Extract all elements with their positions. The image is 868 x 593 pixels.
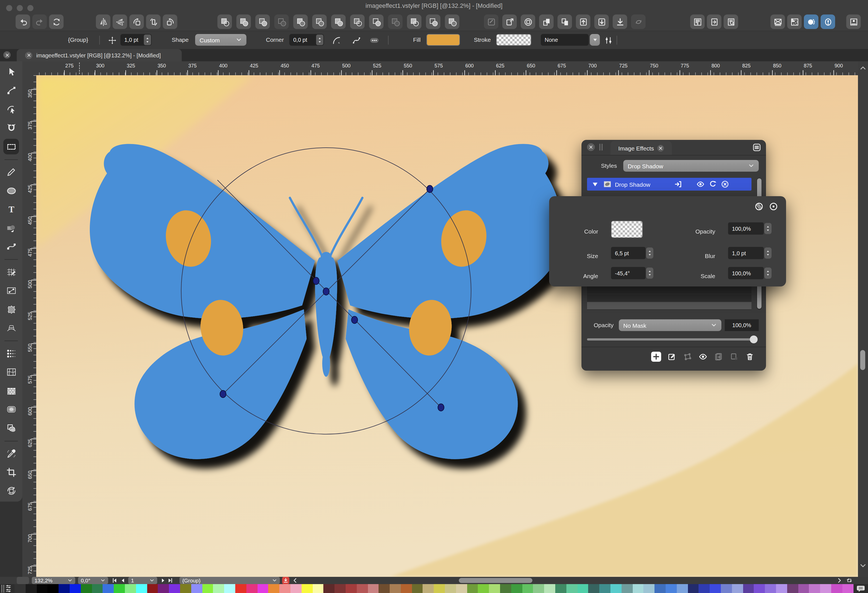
- color-swatch[interactable]: [588, 584, 599, 593]
- stroke-settings-icon[interactable]: [602, 34, 614, 46]
- color-swatch[interactable]: [776, 584, 787, 593]
- angle-input[interactable]: -45,4°: [611, 267, 645, 279]
- vertical-scrollbar-thumb[interactable]: [860, 350, 865, 370]
- tool-halftone[interactable]: [3, 345, 19, 361]
- color-swatch[interactable]: [401, 584, 412, 593]
- open-external-button[interactable]: [502, 15, 517, 29]
- previous-page-button[interactable]: [120, 577, 126, 584]
- import-download-button[interactable]: [282, 577, 289, 584]
- tool-perspective-grid[interactable]: [3, 320, 19, 336]
- delete-effect-button[interactable]: [744, 351, 755, 362]
- color-swatch[interactable]: [644, 584, 655, 593]
- artboard-frame-icon[interactable]: [846, 577, 852, 584]
- opacity-slider[interactable]: [587, 336, 756, 343]
- import-down-button[interactable]: [613, 15, 627, 29]
- angle-stepper[interactable]: [646, 267, 653, 279]
- divide-button[interactable]: [293, 15, 308, 29]
- color-swatch[interactable]: [434, 584, 445, 593]
- close-tab-icon[interactable]: [25, 52, 32, 59]
- next-page-button[interactable]: [160, 577, 166, 584]
- color-swatch[interactable]: [511, 584, 523, 593]
- visibility-eye-icon[interactable]: [696, 180, 705, 189]
- stroke-style-dropdown[interactable]: None: [541, 34, 589, 46]
- close-sidebar-button[interactable]: [3, 51, 10, 59]
- color-swatch[interactable]: [765, 584, 776, 593]
- slider-knob[interactable]: [750, 335, 757, 343]
- more-options-button[interactable]: [368, 34, 380, 46]
- color-swatch[interactable]: [754, 584, 765, 593]
- clip-button[interactable]: [426, 15, 440, 29]
- color-swatch[interactable]: [48, 584, 59, 593]
- stroke-color-swatch[interactable]: [496, 34, 531, 46]
- color-swatch[interactable]: [423, 584, 434, 593]
- duplicate-effect-button[interactable]: [713, 351, 723, 362]
- flip-horizontal-button[interactable]: [96, 15, 111, 29]
- color-swatch[interactable]: [787, 584, 798, 593]
- close-tab-icon[interactable]: [657, 145, 664, 151]
- corner-stepper[interactable]: [316, 35, 323, 45]
- rotate-exchange-button[interactable]: [146, 15, 161, 29]
- scale-stepper[interactable]: [764, 267, 772, 279]
- intersect-button[interactable]: [255, 15, 270, 29]
- color-swatch[interactable]: [235, 584, 247, 593]
- tool-texture[interactable]: [3, 364, 19, 380]
- status-stub[interactable]: [17, 577, 29, 584]
- color-swatch[interactable]: [610, 584, 621, 593]
- move-bottom-button[interactable]: [594, 15, 609, 29]
- crop-shape-button[interactable]: [350, 15, 365, 29]
- color-swatch[interactable]: [522, 584, 533, 593]
- corner-arc-icon[interactable]: [330, 34, 342, 46]
- color-swatch[interactable]: [257, 584, 269, 593]
- color-swatch[interactable]: [500, 584, 511, 593]
- color-swatch[interactable]: [467, 584, 478, 593]
- split-button[interactable]: [407, 15, 421, 29]
- color-swatch[interactable]: [721, 584, 732, 593]
- color-swatch[interactable]: [15, 584, 26, 593]
- color-swatch[interactable]: [291, 584, 302, 593]
- add-effect-button[interactable]: [651, 351, 661, 361]
- tool-roughen[interactable]: [3, 301, 19, 317]
- color-swatch[interactable]: [368, 584, 379, 593]
- merge-button[interactable]: [331, 15, 345, 29]
- scroll-up-icon[interactable]: [860, 65, 867, 71]
- corner-radius-input[interactable]: 0,0 pt: [289, 34, 324, 46]
- color-swatch[interactable]: [301, 584, 313, 593]
- edit-effect-button[interactable]: [666, 351, 677, 362]
- color-swatch[interactable]: [335, 584, 345, 593]
- palette-comment-icon[interactable]: [853, 584, 868, 593]
- color-swatch[interactable]: [478, 584, 489, 593]
- opacity-stepper[interactable]: [764, 223, 772, 234]
- color-swatch[interactable]: [269, 584, 280, 593]
- color-swatch[interactable]: [533, 584, 545, 593]
- color-swatch[interactable]: [842, 584, 853, 593]
- color-swatch[interactable]: [654, 584, 666, 593]
- color-swatch[interactable]: [147, 584, 158, 593]
- blur-input[interactable]: 1,0 pt: [728, 247, 764, 259]
- color-swatch[interactable]: [191, 584, 202, 593]
- collapse-left-icon[interactable]: [292, 577, 298, 584]
- color-swatch[interactable]: [213, 584, 224, 593]
- trim-button[interactable]: [312, 15, 327, 29]
- sync-button[interactable]: [49, 15, 63, 29]
- stroke-width-stepper[interactable]: [144, 35, 151, 45]
- shadow-color-swatch[interactable]: [611, 221, 643, 238]
- union-button[interactable]: [217, 15, 232, 29]
- tool-shape-builder[interactable]: [3, 220, 19, 236]
- mask-opacity-value[interactable]: 100,0%: [725, 319, 759, 331]
- shape-dropdown[interactable]: Custom: [195, 34, 247, 46]
- rotation-dropdown[interactable]: 0,0°: [78, 577, 108, 584]
- color-swatch[interactable]: [820, 584, 831, 593]
- horizontal-scrollbar-thumb[interactable]: [459, 578, 532, 583]
- pixel-grid-button[interactable]: [787, 15, 802, 29]
- reset-icon[interactable]: [708, 180, 717, 189]
- page-margin-button[interactable]: [846, 15, 861, 29]
- color-swatch[interactable]: [390, 584, 401, 593]
- color-swatch[interactable]: [37, 584, 48, 593]
- color-swatch[interactable]: [555, 584, 566, 593]
- rotate-right-button[interactable]: [163, 15, 177, 29]
- color-swatch[interactable]: [710, 584, 721, 593]
- tool-direct-select[interactable]: [3, 83, 19, 98]
- close-panel-button[interactable]: [587, 143, 595, 151]
- color-swatch[interactable]: [279, 584, 291, 593]
- invert-clip-button[interactable]: [445, 15, 459, 29]
